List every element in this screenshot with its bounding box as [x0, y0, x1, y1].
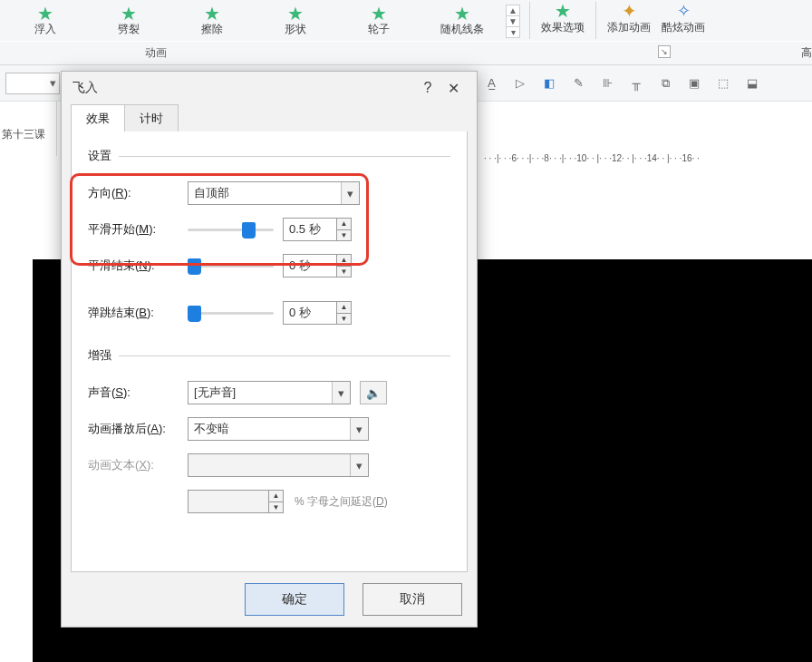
star-plus-icon: ✦	[622, 3, 637, 19]
bounce-end-spinner[interactable]: ▲▼	[337, 301, 352, 325]
slider-thumb-icon[interactable]	[188, 306, 201, 322]
gallery-item-split[interactable]: ★ 劈裂	[87, 5, 170, 37]
unnamed-combo[interactable]: ▾	[5, 73, 60, 94]
textbox-icon[interactable]: A̲	[479, 72, 503, 95]
arrange-icon[interactable]: ⧉	[653, 72, 677, 95]
spin-down-icon[interactable]: ▼	[337, 229, 352, 242]
gallery-scroll-up-icon[interactable]: ▲	[507, 5, 519, 16]
section-settings: 设置	[88, 148, 450, 164]
add-animation-label: 添加动画	[602, 20, 656, 35]
chevron-down-icon: ▾	[341, 182, 359, 204]
section-enhance: 增强	[88, 347, 450, 364]
star-icon: ★	[37, 5, 53, 22]
chevron-down-icon: ▾	[350, 418, 368, 440]
sparkle-icon: ✧	[677, 1, 691, 21]
spin-up-icon[interactable]: ▲	[337, 218, 352, 229]
add-animation-button[interactable]: ✦ 添加动画	[602, 0, 656, 41]
smooth-start-value[interactable]: 0.5 秒	[283, 218, 337, 241]
row-after-animation: 动画播放后(A): 不变暗 ▾	[88, 411, 450, 447]
section-settings-label: 设置	[88, 148, 111, 164]
bounce-end-value[interactable]: 0 秒	[283, 301, 337, 325]
after-animation-select[interactable]: 不变暗 ▾	[188, 417, 369, 441]
row-animate-text: 动画文本(X): ▾	[88, 447, 450, 483]
sound-preview-button[interactable]: 🔈	[360, 381, 387, 404]
bounce-end-slider[interactable]	[188, 304, 274, 322]
effect-options-label: 效果选项	[536, 20, 590, 35]
smooth-start-label: 平滑开始(M):	[88, 221, 188, 238]
shape-combine-icon[interactable]: ◧	[537, 72, 561, 95]
dialog-buttons: 确定 取消	[245, 583, 462, 616]
gallery-item-wipe[interactable]: ★ 擦除	[170, 5, 254, 37]
chevron-down-icon: ▾	[332, 382, 350, 404]
dialog-tabs: 效果 计时	[62, 104, 477, 133]
gallery-label: 劈裂	[87, 22, 170, 37]
direction-value: 自顶部	[194, 185, 229, 201]
group-label-advanced: 高	[801, 45, 812, 61]
spin-up-icon[interactable]: ▲	[337, 254, 352, 266]
smooth-end-value[interactable]: 0 秒	[283, 254, 337, 277]
gallery-item-float-in[interactable]: ★ 浮入	[4, 5, 87, 37]
speaker-icon: 🔈	[366, 386, 381, 400]
gallery-scroll-more-icon[interactable]: ▾	[507, 27, 519, 37]
smooth-start-slider[interactable]	[188, 220, 274, 239]
send-backward-icon[interactable]: ⬓	[740, 72, 764, 95]
after-animation-value: 不变暗	[194, 421, 229, 437]
row-letter-delay: ▲▼ % 字母之间延迟(D)	[88, 483, 450, 520]
ribbon-group-row	[0, 42, 812, 65]
spin-down-icon[interactable]: ▼	[337, 266, 352, 278]
row-direction: 方向(R): 自顶部 ▾	[88, 175, 450, 211]
star-icon: ★	[204, 5, 220, 22]
after-animation-label: 动画播放后(A):	[88, 421, 188, 437]
ok-button[interactable]: 确定	[245, 583, 344, 616]
sound-value: [无声音]	[194, 385, 236, 401]
row-smooth-end: 平滑结束(N): 0 秒 ▲▼	[88, 248, 450, 284]
slider-thumb-icon[interactable]	[242, 222, 256, 239]
direction-label: 方向(R):	[88, 185, 188, 201]
letter-delay-spinner: ▲▼	[269, 490, 284, 513]
close-button[interactable]: ✕	[440, 80, 466, 97]
gallery-item-random-bars[interactable]: ★ 随机线条	[420, 5, 504, 37]
row-smooth-start: 平滑开始(M): 0.5 秒 ▲▼	[88, 211, 450, 248]
fancy-animation-button[interactable]: ✧ 酷炫动画	[656, 0, 710, 41]
align-icon[interactable]: ⊪	[595, 72, 619, 95]
star-icon: ★	[454, 5, 470, 22]
bring-forward-icon[interactable]: ⬚	[711, 72, 735, 95]
gallery-scroll[interactable]: ▲ ▼ ▾	[506, 5, 520, 38]
gallery-label: 随机线条	[420, 22, 504, 37]
group-icon[interactable]: ▣	[682, 72, 706, 95]
help-button[interactable]: ?	[415, 80, 440, 96]
fly-in-dialog: 飞入 ? ✕ 效果 计时 设置 方向(R): 自顶部 ▾ 平滑开始(M): 0.…	[61, 71, 478, 628]
tab-timing[interactable]: 计时	[125, 104, 179, 133]
row-bounce-end: 弹跳结束(B): 0 秒 ▲▼	[88, 295, 450, 331]
slider-thumb-icon[interactable]	[188, 258, 201, 275]
gallery-label: 浮入	[4, 22, 87, 37]
effect-options-button[interactable]: ★ 效果选项	[536, 0, 590, 41]
animate-text-select: ▾	[188, 453, 369, 477]
sound-select[interactable]: [无声音] ▾	[188, 381, 351, 404]
separator	[595, 2, 596, 39]
tab-effect[interactable]: 效果	[71, 104, 125, 133]
dialog-launcher-icon[interactable]: ↘	[658, 45, 671, 58]
smooth-end-spinner[interactable]: ▲▼	[337, 254, 352, 277]
distribute-icon[interactable]: ╥	[624, 72, 648, 95]
smooth-end-label: 平滑结束(N):	[88, 258, 188, 274]
slide-thumbnail-label[interactable]: 第十三课	[2, 127, 45, 142]
smooth-start-spinner[interactable]: ▲▼	[337, 218, 352, 241]
spin-up-icon[interactable]: ▲	[337, 301, 352, 313]
star-icon: ★	[555, 3, 571, 19]
gallery-label: 擦除	[170, 22, 254, 37]
edit-shape-icon[interactable]: ✎	[566, 72, 590, 95]
smooth-end-slider[interactable]	[188, 257, 274, 275]
section-enhance-label: 增强	[88, 347, 111, 364]
cancel-button[interactable]: 取消	[362, 583, 462, 616]
letter-delay-value	[188, 490, 269, 513]
direction-select[interactable]: 自顶部 ▾	[188, 181, 360, 205]
spin-down-icon: ▼	[269, 501, 284, 514]
gallery-scroll-down-icon[interactable]: ▼	[507, 16, 519, 27]
play-icon[interactable]: ▷	[508, 72, 532, 95]
gallery-item-wheel[interactable]: ★ 轮子	[337, 5, 420, 37]
gallery-item-shape[interactable]: ★ 形状	[254, 5, 337, 37]
spin-down-icon[interactable]: ▼	[337, 313, 352, 326]
gallery-label: 形状	[254, 22, 337, 37]
animate-text-label: 动画文本(X):	[88, 457, 188, 473]
